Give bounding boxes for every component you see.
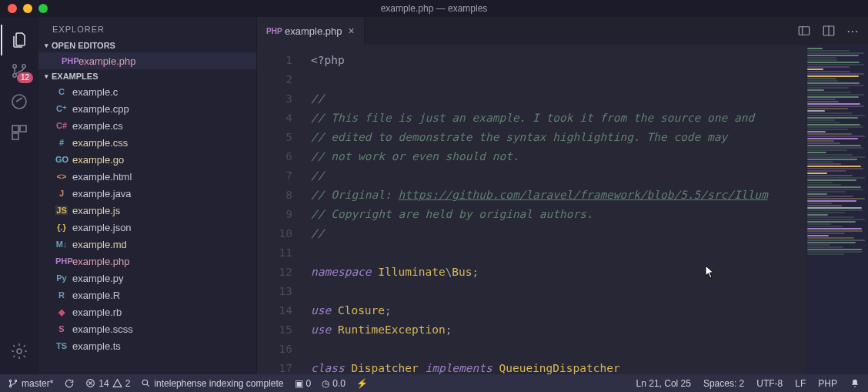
close-icon[interactable]: ×: [348, 25, 354, 37]
status-sync[interactable]: [64, 378, 75, 389]
status-encoding[interactable]: UTF-8: [756, 378, 783, 389]
branch-icon: [8, 378, 18, 389]
file-item[interactable]: GOexample.go: [38, 151, 256, 168]
status-indent[interactable]: Spaces: 2: [703, 378, 744, 389]
svg-point-2: [22, 65, 25, 68]
more-icon[interactable]: ⋯: [846, 24, 859, 39]
java-icon: J: [55, 189, 68, 198]
status-bell[interactable]: [850, 378, 860, 389]
file-name: example.json: [72, 222, 132, 233]
file-item[interactable]: C⁺example.cpp: [38, 100, 256, 117]
file-item[interactable]: Rexample.R: [38, 286, 256, 303]
file-name: example.html: [72, 171, 132, 183]
open-editor-name: example.php: [78, 55, 135, 67]
go-icon: GO: [55, 155, 68, 164]
bell-icon: [850, 378, 860, 389]
file-item[interactable]: Jexample.java: [38, 185, 256, 202]
scss-icon: S: [55, 324, 68, 333]
code-content[interactable]: <?php //// This file is just an example.…: [303, 45, 805, 374]
svg-rect-8: [799, 27, 810, 35]
file-item[interactable]: JSexample.js: [38, 202, 256, 219]
window-controls: [8, 4, 48, 13]
file-item[interactable]: Sexample.scss: [38, 320, 256, 337]
cs-icon: C#: [55, 121, 68, 130]
svg-rect-6: [12, 133, 18, 139]
file-item[interactable]: M↓example.md: [38, 236, 256, 253]
explorer-sidebar: EXPLORER ▾ OPEN EDITORS PHP example.php …: [38, 17, 257, 374]
php-icon: PHP: [266, 27, 279, 35]
status-bolt[interactable]: ⚡: [356, 378, 368, 389]
scm-badge: 12: [17, 72, 33, 83]
error-icon: [85, 378, 95, 388]
bolt-icon: ⚡: [356, 378, 368, 389]
rb-icon: ◆: [55, 307, 68, 317]
file-item[interactable]: Cexample.c: [38, 83, 256, 100]
minimize-window-button[interactable]: [23, 4, 32, 13]
open-editor-item[interactable]: PHP example.php: [38, 52, 256, 69]
search-icon: [141, 378, 151, 388]
css-icon: #: [55, 138, 68, 147]
section-label: OPEN EDITORS: [52, 41, 115, 50]
file-name: example.cs: [72, 120, 123, 132]
status-bar: master* 14 2 intelephense indexing compl…: [0, 374, 868, 392]
chevron-down-icon: ▾: [45, 42, 48, 49]
status-timing[interactable]: ◷ 0.0: [322, 378, 346, 389]
file-item[interactable]: <>example.html: [38, 168, 256, 185]
status-problems[interactable]: 14 2: [85, 378, 130, 389]
js-icon: JS: [55, 206, 68, 215]
file-item[interactable]: TSexample.ts: [38, 337, 256, 354]
section-folder[interactable]: ▾ EXAMPLES: [38, 69, 256, 83]
status-coverage[interactable]: ▣ 0: [295, 378, 312, 389]
minimap[interactable]: [805, 45, 868, 374]
chevron-down-icon: ▾: [45, 72, 48, 80]
editor-area: PHP example.php × ⋯ 12345678910111213141…: [257, 17, 868, 374]
activity-settings[interactable]: [1, 336, 38, 367]
activity-extensions[interactable]: [1, 117, 38, 148]
file-name: example.go: [72, 154, 124, 166]
svg-rect-4: [12, 126, 18, 132]
file-item[interactable]: #example.css: [38, 134, 256, 151]
section-label: EXAMPLES: [52, 72, 98, 81]
file-item[interactable]: C#example.cs: [38, 117, 256, 134]
split-editor-icon[interactable]: [822, 24, 836, 38]
file-name: example.ts: [72, 340, 121, 352]
svg-point-14: [143, 380, 149, 385]
editor-body[interactable]: 1234567891011121314151617 <?php //// Thi…: [257, 45, 868, 374]
file-item[interactable]: {.}example.json: [38, 219, 256, 236]
activity-explorer[interactable]: [1, 25, 38, 55]
status-cursor-pos[interactable]: Ln 21, Col 25: [636, 378, 691, 389]
open-changes-icon[interactable]: [797, 24, 811, 38]
shield-icon: ▣: [295, 378, 303, 389]
php-icon: PHP: [55, 256, 68, 266]
file-item[interactable]: Pyexample.py: [38, 270, 256, 286]
r-icon: R: [55, 290, 68, 300]
file-name: example.R: [72, 290, 120, 301]
status-language[interactable]: PHP: [818, 378, 837, 389]
bug-icon: [10, 92, 28, 111]
activity-debug[interactable]: [1, 86, 38, 117]
svg-point-10: [9, 380, 11, 381]
svg-point-0: [13, 65, 16, 68]
status-branch[interactable]: master*: [8, 378, 53, 389]
files-icon: [10, 31, 28, 49]
window-title: example.php — examples: [381, 3, 488, 14]
file-name: example.js: [72, 205, 120, 216]
file-item[interactable]: ◆example.rb: [38, 303, 256, 320]
title-bar: example.php — examples: [0, 0, 868, 17]
file-name: example.cpp: [72, 103, 129, 115]
svg-point-7: [17, 349, 22, 353]
maximize-window-button[interactable]: [38, 4, 48, 13]
tab-example-php[interactable]: PHP example.php ×: [257, 17, 365, 45]
status-eol[interactable]: LF: [795, 378, 806, 389]
file-item[interactable]: PHPexample.php: [38, 253, 256, 270]
activity-scm[interactable]: 12: [1, 55, 38, 86]
section-open-editors[interactable]: ▾ OPEN EDITORS: [38, 39, 256, 52]
status-indexing[interactable]: intelephense indexing complete: [141, 378, 283, 389]
file-name: example.rb: [72, 307, 122, 318]
file-name: example.java: [72, 188, 132, 199]
gear-icon: [10, 342, 28, 360]
close-window-button[interactable]: [8, 4, 17, 13]
md-icon: M↓: [55, 240, 68, 249]
extensions-icon: [10, 123, 28, 142]
file-list: Cexample.cC⁺example.cppC#example.cs#exam…: [38, 83, 256, 354]
